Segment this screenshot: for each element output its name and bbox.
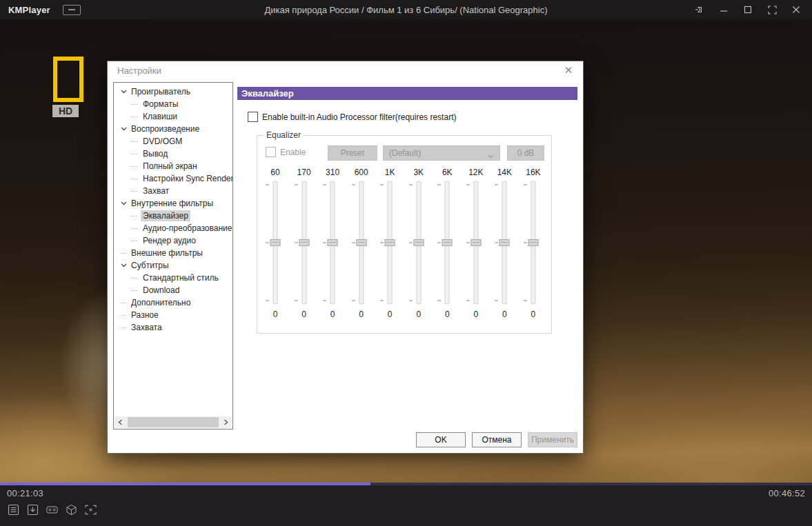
band-slider[interactable] — [376, 180, 404, 305]
slider-tick — [437, 242, 441, 243]
slider-tick — [409, 300, 413, 301]
builtin-audio-processor-checkbox[interactable] — [248, 112, 258, 122]
total-time: 00:46:52 — [769, 488, 805, 498]
equalizer-enable-checkbox[interactable] — [266, 147, 276, 157]
national-geographic-logo: HD — [52, 57, 84, 117]
playlist-icon[interactable] — [8, 504, 19, 516]
slider-thumb[interactable] — [328, 239, 338, 246]
tree-item-11[interactable]: Аудио-преобразование — [114, 222, 232, 234]
fullscreen-button[interactable] — [763, 2, 781, 17]
vr-3d-glasses-icon[interactable] — [46, 504, 58, 516]
zero-db-button[interactable]: 0 dB — [507, 145, 544, 161]
playlist-panel-icon[interactable] — [63, 5, 81, 15]
tree-item-label: Внутренние фильтры — [129, 198, 215, 209]
slider-tick — [295, 184, 298, 185]
tree-item-16[interactable]: Download — [114, 284, 232, 296]
tree-connector — [131, 179, 138, 179]
cancel-button[interactable]: Отмена — [472, 432, 522, 447]
chevron-down-icon[interactable] — [118, 201, 129, 205]
builtin-audio-processor-label: Enable built-in Audio Processor filter(r… — [262, 112, 456, 122]
tree-item-7[interactable]: Настройки Sync Render — [114, 172, 232, 185]
tree-connector — [120, 303, 126, 303]
chevron-down-icon[interactable] — [118, 127, 129, 131]
apply-button[interactable]: Применить — [528, 432, 577, 447]
tree-item-label: Форматы — [141, 99, 180, 110]
scrollbar-thumb[interactable] — [128, 417, 219, 427]
tree-item-18[interactable]: Разное — [114, 309, 232, 321]
3d-cube-icon[interactable] — [66, 504, 77, 516]
slider-tick — [524, 242, 527, 243]
tree-item-14[interactable]: Субтитры — [114, 259, 232, 272]
tree-horizontal-scrollbar[interactable] — [115, 416, 232, 428]
tree-item-9[interactable]: Внутренние фильтры — [114, 197, 232, 210]
tree-item-8[interactable]: Захват — [114, 185, 232, 197]
seek-bar[interactable] — [0, 483, 812, 485]
band-slider[interactable] — [462, 180, 490, 305]
tree-item-0[interactable]: Проигрыватель — [114, 85, 232, 98]
chevron-down-icon[interactable] — [118, 263, 129, 267]
scroll-left-arrow-icon[interactable] — [115, 416, 126, 428]
eq-band-1K: 1K0 — [376, 168, 404, 319]
tree-connector — [131, 216, 138, 216]
builtin-audio-processor-row[interactable]: Enable built-in Audio Processor filter(r… — [248, 112, 456, 122]
tree-item-13[interactable]: Внешние фильтры — [114, 247, 232, 259]
tree-item-label: Вывод — [141, 148, 170, 159]
tree-item-15[interactable]: Стандартный стиль — [114, 272, 232, 284]
band-frequency-label: 310 — [326, 168, 339, 179]
band-slider[interactable] — [433, 180, 461, 305]
slider-thumb[interactable] — [499, 239, 510, 246]
tree-item-5[interactable]: Вывод — [114, 148, 232, 160]
band-value-label: 0 — [330, 310, 335, 319]
equalizer-enable-row[interactable]: Enable — [266, 147, 306, 157]
slider-tick — [266, 184, 269, 185]
tree-item-12[interactable]: Рендер аудио — [114, 234, 232, 247]
maximize-button[interactable] — [739, 2, 757, 17]
band-slider[interactable] — [348, 180, 375, 305]
close-button[interactable] — [787, 2, 805, 17]
eq-band-14K: 14K0 — [491, 168, 518, 319]
tree-connector — [120, 253, 126, 254]
preset-dropdown-value: (Default) — [389, 148, 421, 158]
band-slider[interactable] — [519, 180, 547, 305]
always-on-top-pin-icon[interactable] — [691, 2, 709, 17]
settings-tree: ПроигрывательФорматыКлавишиВоспроизведен… — [113, 82, 233, 429]
slider-thumb[interactable] — [442, 239, 453, 246]
band-slider[interactable] — [261, 180, 289, 305]
tree-item-label: Захвата — [129, 322, 164, 333]
band-value-label: 0 — [416, 310, 421, 319]
slider-thumb[interactable] — [356, 239, 366, 246]
tree-item-17[interactable]: Дополнительно — [114, 296, 232, 309]
current-time: 00:21:03 — [7, 488, 43, 498]
tree-connector — [131, 191, 138, 192]
tree-item-2[interactable]: Клавиши — [114, 110, 232, 123]
ok-button[interactable]: OK — [416, 432, 466, 447]
eq-band-12K: 12K0 — [462, 168, 490, 319]
band-frequency-label: 1K — [385, 168, 395, 179]
scroll-right-arrow-icon[interactable] — [220, 416, 232, 428]
band-slider[interactable] — [319, 180, 346, 305]
slider-thumb[interactable] — [413, 239, 424, 246]
minimize-button[interactable] — [715, 2, 733, 17]
preset-dropdown[interactable]: (Default) — [383, 145, 500, 161]
slider-thumb[interactable] — [528, 239, 538, 246]
dialog-close-icon[interactable]: ✕ — [562, 63, 575, 77]
band-slider[interactable] — [491, 180, 518, 305]
slider-tick — [495, 300, 498, 301]
tree-item-10[interactable]: Эквалайзер — [114, 210, 232, 222]
tree-item-19[interactable]: Захвата — [114, 321, 232, 334]
tree-item-3[interactable]: Воспроизведение — [114, 123, 232, 135]
slider-thumb[interactable] — [471, 239, 481, 246]
slider-thumb[interactable] — [299, 239, 309, 246]
slider-thumb[interactable] — [270, 239, 281, 246]
band-slider[interactable] — [405, 180, 433, 305]
preset-button[interactable]: Preset — [328, 145, 377, 161]
tree-item-label: Захват — [141, 185, 171, 196]
download-icon[interactable] — [27, 504, 39, 516]
tree-item-1[interactable]: Форматы — [114, 98, 232, 110]
chevron-down-icon[interactable] — [118, 90, 129, 94]
tree-item-6[interactable]: Полный экран — [114, 160, 232, 172]
slider-thumb[interactable] — [385, 239, 395, 246]
tree-item-4[interactable]: DVD/OGM — [114, 135, 232, 148]
band-slider[interactable] — [290, 180, 318, 305]
screen-capture-icon[interactable] — [85, 504, 97, 516]
